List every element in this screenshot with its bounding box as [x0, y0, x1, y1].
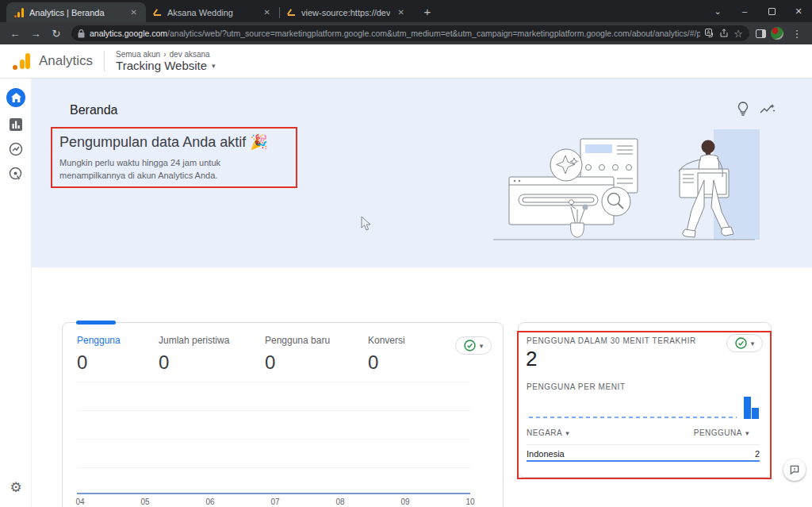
- home-icon: [6, 88, 25, 107]
- close-tab-icon[interactable]: ✕: [262, 7, 273, 17]
- breadcrumb: Semua akun › dev aksana: [116, 50, 216, 59]
- new-tab-button[interactable]: +: [418, 2, 437, 21]
- line-chart-zero-series: [77, 493, 470, 494]
- chevron-down-icon: ▾: [212, 62, 216, 70]
- close-tab-icon[interactable]: ✕: [396, 7, 407, 17]
- analytics-app-header: Analytics Semua akun › dev aksana Tracki…: [0, 44, 812, 79]
- nav-advertising[interactable]: [0, 167, 32, 181]
- window-controls: ⌄ – ✕: [704, 0, 812, 22]
- metric-tab-pengguna-baru[interactable]: Pengguna baru 0: [265, 335, 330, 374]
- advertising-icon: [9, 167, 23, 181]
- side-panel-icon[interactable]: [756, 29, 766, 38]
- nav-home-active[interactable]: [0, 79, 32, 107]
- explore-icon: [9, 142, 23, 156]
- insights-sparkline-icon[interactable]: [760, 102, 776, 115]
- mouse-cursor: [361, 216, 372, 232]
- tab-title: view-source:https://dev.aksana.c: [301, 8, 390, 17]
- minimize-icon[interactable]: –: [731, 0, 758, 22]
- metric-value: 0: [368, 351, 405, 374]
- chart-gridline: [77, 467, 470, 468]
- admin-settings-icon[interactable]: ⚙: [0, 479, 32, 496]
- back-icon[interactable]: ←: [6, 28, 24, 40]
- chart-gridline: [77, 439, 470, 440]
- site-favicon-icon: [154, 9, 162, 17]
- browser-window: Analytics | Beranda ✕ Aksana Wedding ✕ v…: [0, 0, 812, 507]
- header-divider: [104, 51, 105, 71]
- browser-tab-analytics[interactable]: Analytics | Beranda ✕: [6, 2, 146, 22]
- property-name: Tracking Website: [116, 59, 207, 72]
- account-switcher[interactable]: Semua akun › dev aksana Tracking Website…: [116, 50, 216, 72]
- page-title: Beranda: [70, 103, 118, 117]
- active-tab-indicator: [76, 321, 116, 325]
- close-tab-icon[interactable]: ✕: [128, 7, 140, 17]
- maximize-icon[interactable]: [758, 0, 785, 22]
- address-bar[interactable]: analytics.google.com/analytics/web/?utm_…: [71, 25, 749, 41]
- data-collection-title: Pengumpulan data Anda aktif 🎉: [59, 133, 268, 151]
- metric-value: 0: [265, 351, 330, 374]
- share-icon[interactable]: [719, 29, 729, 38]
- tab-search-icon[interactable]: ⌄: [704, 0, 731, 22]
- feedback-icon: [789, 464, 800, 475]
- tab-title: Aksana Wedding: [167, 8, 256, 17]
- product-name: Analytics: [39, 53, 93, 69]
- banner-illustration: [484, 128, 761, 243]
- nav-explore[interactable]: [0, 142, 32, 156]
- home-banner: Beranda Pengumpulan data Anda aktif 🎉 Mu…: [32, 79, 812, 267]
- metric-tab-konversi[interactable]: Konversi 0: [368, 335, 405, 374]
- analytics-favicon-icon: [14, 8, 24, 17]
- nav-reports[interactable]: [0, 117, 32, 132]
- url-text: analytics.google.com/analytics/web/?utm_…: [90, 29, 700, 38]
- metric-value: 0: [159, 351, 229, 374]
- lock-icon: [78, 29, 85, 38]
- chart-gridline: [77, 410, 470, 411]
- translate-icon[interactable]: A: [705, 29, 714, 38]
- browser-tab-view-source[interactable]: view-source:https://dev.aksana.c ✕: [280, 2, 413, 22]
- browser-tab-aksana-wedding[interactable]: Aksana Wedding ✕: [146, 2, 279, 22]
- x-axis-labels: 04 05 06 07 08 09 10: [72, 497, 478, 506]
- analytics-logo-icon: [13, 52, 32, 70]
- reports-icon: [9, 117, 23, 132]
- metric-tab-jumlah-peristiwa[interactable]: Jumlah peristiwa 0: [159, 335, 229, 374]
- overview-metrics-card: Pengguna 0 Jumlah peristiwa 0 Pengguna b…: [62, 322, 504, 507]
- chevron-down-icon: ▾: [480, 342, 484, 350]
- breadcrumb-chevron-icon: ›: [163, 50, 166, 59]
- bookmark-star-icon[interactable]: ☆: [733, 28, 743, 40]
- browser-menu-icon[interactable]: ⋮: [788, 28, 806, 40]
- tab-title: Analytics | Beranda: [29, 8, 123, 17]
- reload-icon[interactable]: ↻: [48, 28, 65, 40]
- metric-tab-pengguna[interactable]: Pengguna 0: [77, 335, 121, 374]
- party-popper-emoji-icon: 🎉: [250, 134, 267, 150]
- site-favicon-icon: [288, 9, 296, 17]
- browser-profile-avatar[interactable]: [771, 27, 783, 40]
- check-circle-icon: [464, 340, 476, 351]
- data-status-dropdown[interactable]: ▾: [455, 336, 492, 355]
- chart-gridline: [77, 382, 470, 382]
- feedback-button[interactable]: [783, 459, 806, 481]
- close-window-icon[interactable]: ✕: [785, 0, 812, 22]
- metric-value: 0: [77, 351, 121, 374]
- data-collection-body: Mungkin perlu waktu hingga 24 jam untuk …: [59, 157, 280, 182]
- forward-icon[interactable]: →: [27, 28, 44, 40]
- annotation-box-realtime: [517, 331, 772, 479]
- tab-strip: Analytics | Beranda ✕ Aksana Wedding ✕ v…: [0, 0, 812, 22]
- svg-text:A: A: [707, 29, 711, 35]
- browser-toolbar: ← → ↻ analytics.google.com/analytics/web…: [0, 22, 812, 44]
- insights-lightbulb-icon[interactable]: [737, 102, 749, 116]
- nav-rail: ⚙: [0, 79, 32, 507]
